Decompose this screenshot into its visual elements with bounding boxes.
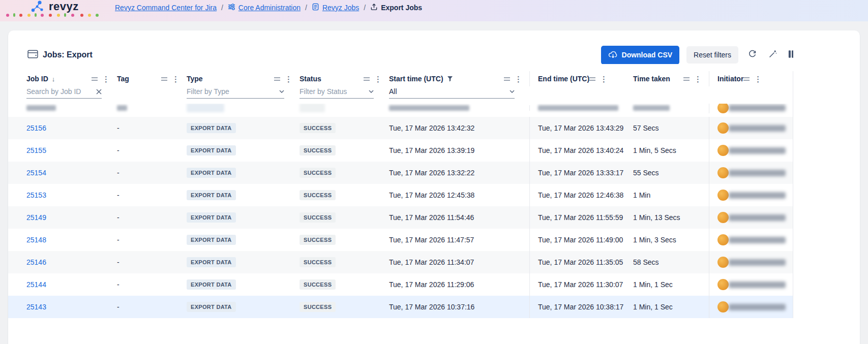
table-row: 25154 - EXPORT DATA SUCCESS Tue, 17 Mar … xyxy=(8,162,793,184)
time-taken-value: 1 Min xyxy=(633,191,650,199)
card-icon xyxy=(27,50,38,60)
start-time-value: Tue, 17 Mar 2026 11:47:57 xyxy=(389,236,474,244)
breadcrumb-link-revyz-jobs[interactable]: Revyz Jobs xyxy=(322,4,359,12)
column-header-type[interactable]: Type ⋮ xyxy=(187,71,300,86)
breadcrumb-link-core-administration[interactable]: Core Administration xyxy=(238,4,301,12)
end-time-value: Tue, 17 Mar 2026 11:49:00 xyxy=(538,236,623,244)
type-badge: EXPORT DATA xyxy=(187,190,236,200)
partial-scrolled-row xyxy=(8,104,793,117)
column-header-time-taken[interactable]: Time taken ⋮ xyxy=(633,71,709,86)
breadcrumb: Revyz Command Center for Jira / Core Adm… xyxy=(115,3,422,12)
column-header-initiator[interactable]: Initiator ⋮ xyxy=(709,71,793,86)
tag-value: - xyxy=(117,258,119,266)
start-time-filter-select[interactable]: All xyxy=(389,87,515,99)
job-id-link[interactable]: 25149 xyxy=(26,213,46,222)
column-menu-icon[interactable]: ⋮ xyxy=(102,75,110,83)
column-menu-icon[interactable]: ⋮ xyxy=(754,75,762,83)
end-time-value: Tue, 17 Mar 2026 11:55:59 xyxy=(538,213,623,222)
column-drag-handle[interactable] xyxy=(161,77,167,81)
chevron-down-icon xyxy=(510,90,515,93)
column-drag-handle[interactable] xyxy=(92,77,98,81)
magic-wand-button[interactable] xyxy=(766,48,779,61)
column-drag-handle[interactable] xyxy=(683,77,690,81)
table-header-row: Job ID ↓ ⋮ Tag ⋮ Type xyxy=(8,71,793,86)
job-id-link[interactable]: 25154 xyxy=(26,169,46,177)
initiator-avatar xyxy=(717,145,729,156)
time-taken-value: 1 Min, 1 Sec xyxy=(633,280,673,289)
job-id-link[interactable]: 25155 xyxy=(26,146,46,154)
type-badge: EXPORT DATA xyxy=(187,168,236,178)
column-menu-icon[interactable]: ⋮ xyxy=(600,75,608,83)
export-icon xyxy=(370,3,378,12)
initiator-name-redacted xyxy=(729,125,786,132)
job-id-link[interactable]: 25144 xyxy=(26,280,46,289)
column-menu-icon[interactable]: ⋮ xyxy=(172,75,179,83)
column-drag-handle[interactable] xyxy=(589,77,595,81)
initiator-name-redacted xyxy=(729,147,786,154)
start-time-value: Tue, 17 Mar 2026 13:42:32 xyxy=(389,124,474,132)
job-id-link[interactable]: 25146 xyxy=(26,258,46,266)
jobs-table: Job ID ↓ ⋮ Tag ⋮ Type xyxy=(8,71,793,318)
refresh-icon xyxy=(748,50,757,60)
table-row: 25156 - EXPORT DATA SUCCESS Tue, 17 Mar … xyxy=(8,117,793,139)
download-csv-button[interactable]: Download CSV xyxy=(601,46,680,64)
table-row: 25143 - EXPORT DATA SUCCESS Tue, 17 Mar … xyxy=(8,296,793,318)
column-header-job-id[interactable]: Job ID ↓ ⋮ xyxy=(8,71,117,86)
job-id-link[interactable]: 25148 xyxy=(26,236,46,244)
start-time-value: Tue, 17 Mar 2026 11:34:07 xyxy=(389,258,474,266)
end-time-value: Tue, 17 Mar 2026 12:46:38 xyxy=(538,191,623,199)
refresh-button[interactable] xyxy=(745,48,759,61)
job-id-link[interactable]: 25156 xyxy=(26,124,46,132)
tag-value: - xyxy=(117,236,119,244)
time-taken-value: 1 Min, 5 Secs xyxy=(633,146,676,154)
column-drag-handle[interactable] xyxy=(274,77,280,81)
job-id-link[interactable]: 25143 xyxy=(26,303,46,311)
initiator-avatar xyxy=(717,279,729,290)
type-badge: EXPORT DATA xyxy=(187,279,236,290)
status-badge: SUCCESS xyxy=(300,190,336,200)
column-header-start-time[interactable]: Start time (UTC) ⋮ xyxy=(389,71,529,86)
breadcrumb-link-command-center[interactable]: Revyz Command Center for Jira xyxy=(115,4,217,12)
job-id-search-input[interactable] xyxy=(26,87,93,96)
time-taken-value: 1 Min, 13 Secs xyxy=(633,213,680,222)
time-taken-value: 1 Min, 3 Secs xyxy=(633,236,676,244)
initiator-name-redacted xyxy=(729,192,786,199)
revyz-logo[interactable]: revyz xyxy=(5,0,107,17)
initiator-avatar xyxy=(717,257,729,268)
initiator-name-redacted xyxy=(729,304,786,310)
job-id-link[interactable]: 25153 xyxy=(26,191,46,199)
column-header-end-time[interactable]: End time (UTC) ⋮ xyxy=(529,71,633,86)
column-menu-icon[interactable]: ⋮ xyxy=(374,75,382,83)
status-badge: SUCCESS xyxy=(300,123,336,133)
status-badge: SUCCESS xyxy=(300,279,336,290)
column-drag-handle[interactable] xyxy=(504,77,510,81)
table-row: 25155 - EXPORT DATA SUCCESS Tue, 17 Mar … xyxy=(8,139,793,162)
start-time-value: Tue, 17 Mar 2026 13:32:22 xyxy=(389,169,474,177)
start-time-value: Tue, 17 Mar 2026 11:29:06 xyxy=(389,280,474,289)
column-menu-icon[interactable]: ⋮ xyxy=(285,75,292,83)
initiator-name-redacted xyxy=(729,237,786,243)
reset-filters-button[interactable]: Reset filters xyxy=(686,46,738,64)
table-row: 25144 - EXPORT DATA SUCCESS Tue, 17 Mar … xyxy=(8,273,793,296)
breadcrumb-separator: / xyxy=(305,4,307,12)
jobs-icon xyxy=(312,3,319,12)
status-badge: SUCCESS xyxy=(300,235,336,245)
columns-panel-button[interactable] xyxy=(786,48,793,61)
column-header-status[interactable]: Status ⋮ xyxy=(300,71,389,86)
column-drag-handle[interactable] xyxy=(743,77,750,81)
initiator-avatar xyxy=(717,234,729,245)
column-drag-handle[interactable] xyxy=(364,77,370,81)
filter-active-icon xyxy=(447,76,453,82)
type-filter-select[interactable] xyxy=(187,87,276,96)
column-header-tag[interactable]: Tag ⋮ xyxy=(117,71,187,86)
type-badge: EXPORT DATA xyxy=(187,302,236,312)
sort-desc-icon: ↓ xyxy=(52,75,55,83)
status-badge: SUCCESS xyxy=(300,145,336,155)
breadcrumb-separator: / xyxy=(364,4,366,12)
clear-search-icon[interactable] xyxy=(96,89,102,95)
column-menu-icon[interactable]: ⋮ xyxy=(694,75,702,83)
tag-value: - xyxy=(117,213,119,222)
type-badge: EXPORT DATA xyxy=(187,145,236,155)
column-menu-icon[interactable]: ⋮ xyxy=(515,75,522,83)
status-filter-select[interactable] xyxy=(300,87,366,96)
